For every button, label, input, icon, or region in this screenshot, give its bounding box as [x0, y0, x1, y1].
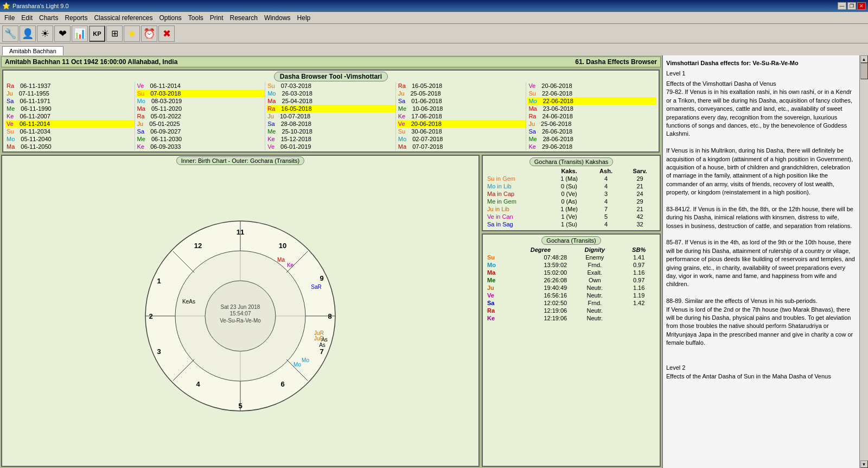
menu-reports[interactable]: Reports: [61, 13, 91, 23]
transits-dignity: Frnd.: [569, 299, 620, 307]
transits-col-degree: Degree: [512, 246, 570, 254]
transits-table-row: Su 07:48:28 Enemy 1.41: [485, 254, 658, 261]
menu-charts[interactable]: Charts: [36, 13, 61, 23]
minimize-button[interactable]: —: [838, 2, 846, 10]
menu-edit[interactable]: Edit: [18, 13, 36, 23]
kakshas-kaks: 1 (Ma): [548, 175, 590, 182]
menu-windows[interactable]: Windows: [261, 13, 294, 23]
transits-sb: 0.97: [620, 276, 658, 284]
dasha-row: Su 30-06-2018: [397, 128, 526, 135]
scroll-down-button[interactable]: ▼: [860, 460, 868, 468]
svg-text:Ke: Ke: [287, 262, 294, 268]
transits-degree: 07:48:28: [512, 254, 570, 261]
transits-dignity: Frnd.: [569, 261, 620, 269]
close-button[interactable]: ✕: [857, 2, 866, 10]
right-panel-header: Vimshottari Dasha effects for: Ve-Su-Ra-…: [666, 59, 856, 68]
kakshas-table-row: Me in Gem 0 (As) 4 29: [485, 198, 658, 205]
right-panel-content[interactable]: Vimshottari Dasha effects for: Ve-Su-Ra-…: [663, 55, 859, 468]
gochara-kakshas-title: Gochara (Transits) Kakshas: [529, 157, 614, 166]
menu-research[interactable]: Research: [227, 13, 261, 23]
transits-degree: 16:56:16: [512, 292, 570, 299]
toolbar-btn-sun[interactable]: ☀: [37, 26, 53, 42]
transits-col-sb: SB%: [620, 246, 658, 254]
kakshas-sarv: 29: [622, 175, 658, 182]
dasha-row: Ju 05-01-2025: [136, 120, 265, 128]
svg-text:5: 5: [238, 402, 242, 410]
transits-table-row: Ma 15:02:00 Exalt. 1.16: [485, 269, 658, 276]
dasha-row: Ke 15-12-2018: [266, 135, 395, 143]
dasha-col-4: Ra 16-05-2018 Ju 25-05-2018 Sa 01-06-201…: [396, 82, 527, 150]
dasha-row: Sa 06-09-2027: [136, 128, 265, 135]
kakshas-planet: Ve in Can: [485, 213, 548, 220]
dasha-browser: Dasha Browser Tool -Vimshottari Ra 06-11…: [2, 69, 660, 153]
dasha-row: Sa 26-06-2018: [527, 128, 656, 135]
toolbar-btn-wrench[interactable]: 🔧: [2, 26, 18, 42]
transits-degree: 13:59:02: [512, 261, 570, 269]
toolbar-btn-close[interactable]: ✖: [158, 26, 175, 42]
svg-text:Mo: Mo: [293, 362, 301, 368]
transits-table-row: Ju 19:40:49 Neutr. 1.16: [485, 284, 658, 292]
dasha-row: Su 07-03-2018: [266, 82, 395, 90]
scroll-track[interactable]: [860, 63, 868, 460]
dasha-row: Ju 25-06-2018: [527, 120, 656, 128]
kakshas-kaks: 1 (Su): [548, 220, 590, 228]
toolbar-btn-clock[interactable]: ⏰: [141, 26, 157, 42]
menu-tools[interactable]: Tools: [185, 13, 207, 23]
dasha-col-3: Su 07-03-2018 Mo 26-03-2018 Ma 25-04-201…: [265, 82, 396, 150]
dasha-row: Su 22-06-2018: [527, 90, 656, 97]
toolbar: 🔧 👤 ☀ ❤ 📊 KP ⊞ ★ ⏰ ✖: [0, 24, 868, 43]
transits-col-planet: [485, 246, 512, 254]
kakshas-ash: 4: [590, 220, 622, 228]
dasha-title: Dasha Browser Tool -Vimshottari: [274, 72, 388, 81]
gochara-transits-title: Gochara (Transits): [541, 236, 601, 245]
toolbar-btn-star[interactable]: ★: [124, 26, 140, 42]
transits-dignity: Neutr.: [569, 284, 620, 292]
dasha-row: Me 25-10-2018: [266, 128, 395, 135]
main-wrapper: Amitabh Bachhan 11 Oct 1942 16:00:00 All…: [0, 55, 868, 468]
svg-text:SaR: SaR: [311, 284, 321, 290]
dasha-row: Ra 05-01-2022: [136, 112, 265, 120]
dasha-col-2: Ve 06-11-2014 Su 07-03-2018 Mo 08-03-201…: [135, 82, 266, 150]
dasha-row: Sa 06-11-1971: [5, 97, 135, 105]
restore-button[interactable]: ❐: [847, 2, 856, 10]
dasha-row: Ve 20-06-2018: [527, 82, 656, 90]
transits-sb: 1.19: [620, 292, 658, 299]
menu-classical-references[interactable]: Classical references: [91, 13, 156, 23]
menu-print[interactable]: Print: [207, 13, 227, 23]
kakshas-ash: 4: [590, 182, 622, 190]
main-tab[interactable]: Amitabh Bachhan: [2, 46, 63, 55]
scroll-up-button[interactable]: ▲: [860, 55, 868, 63]
dasha-col-5: Ve 20-06-2018 Su 22-06-2018 Mo 22-06-201…: [526, 82, 656, 150]
transits-degree: 26:26:08: [512, 276, 570, 284]
title-bar-controls[interactable]: — ❐ ✕: [838, 2, 866, 10]
menu-file[interactable]: File: [1, 13, 18, 23]
right-scrollbar[interactable]: ▲ ▼: [859, 55, 868, 468]
toolbar-btn-grid[interactable]: ⊞: [106, 26, 123, 42]
transits-degree: 15:02:00: [512, 269, 570, 276]
kakshas-table-row: Ve in Can 1 (Ve) 5 42: [485, 213, 658, 220]
menu-options[interactable]: Options: [156, 13, 184, 23]
dasha-row-highlighted: Mo 22-06-2018: [527, 97, 656, 105]
kakshas-planet: Su in Gem: [485, 175, 548, 182]
toolbar-btn-kp[interactable]: KP: [89, 26, 105, 42]
title-bar: ⭐ Parashara's Light 9.0 — ❐ ✕: [0, 0, 868, 12]
kakshas-table: Kaks. Ash. Sarv. Su in Gem 1 (Ma) 4 29 M…: [485, 167, 658, 228]
title-bar-left: ⭐ Parashara's Light 9.0: [2, 2, 69, 10]
kakshas-col-ash: Ash.: [590, 167, 622, 175]
toolbar-btn-chart[interactable]: 📊: [72, 26, 88, 42]
transits-table-row: Ve 16:56:16 Neutr. 1.19: [485, 292, 658, 299]
transits-table-row: Sa 12:02:50 Frnd. 1.42: [485, 299, 658, 307]
toolbar-btn-heart[interactable]: ❤: [54, 26, 71, 42]
transits-planet: Su: [485, 254, 512, 261]
dasha-row-highlighted: Ve 06-11-2014: [5, 120, 135, 128]
dasha-row: Me 10-06-2018: [397, 105, 526, 112]
transits-degree: 12:19:06: [512, 314, 570, 322]
chart-title-container: Inner: Birth Chart - Outer: Gochara (Tra…: [2, 156, 478, 166]
menu-help[interactable]: Help: [294, 13, 314, 23]
scroll-thumb[interactable]: [860, 63, 868, 79]
svg-text:9: 9: [320, 274, 323, 282]
right-panel-text: Effects of the Vimshottari Dasha of Venu…: [666, 80, 856, 381]
transits-degree: 12:02:50: [512, 299, 570, 307]
kakshas-sarv: 21: [622, 205, 658, 213]
toolbar-btn-person[interactable]: 👤: [20, 26, 36, 42]
